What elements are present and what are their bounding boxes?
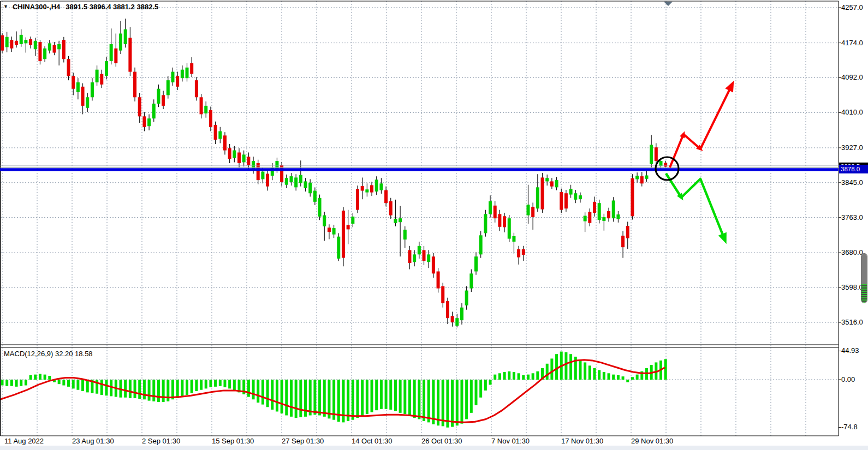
candle (408, 250, 411, 263)
macd-histogram-bar (389, 380, 392, 410)
macd-histogram-bar (451, 380, 454, 427)
macd-histogram-bar (437, 380, 439, 425)
candle (228, 148, 231, 159)
candle (294, 177, 298, 187)
candle (517, 249, 520, 257)
candle (29, 39, 32, 45)
candle (57, 44, 61, 49)
candle (190, 63, 193, 74)
candle (498, 214, 501, 226)
macd-histogram-bar (380, 380, 383, 409)
macd-histogram-bar (299, 380, 302, 417)
candle (76, 82, 80, 92)
chart-canvas[interactable] (0, 0, 868, 450)
hline-price-tag: 3878.0 (839, 165, 868, 173)
macd-histogram-bar (200, 380, 203, 390)
time-axis-label: 23 Aug 01:30 (72, 437, 114, 445)
macd-histogram-bar (309, 380, 312, 415)
macd-histogram-bar (403, 380, 406, 414)
macd-histogram-bar (366, 380, 368, 414)
candle (379, 183, 383, 190)
candle (560, 192, 563, 210)
macd-histogram-bar (25, 380, 27, 386)
macd-histogram-bar (588, 365, 591, 380)
macd-histogram-bar (622, 376, 625, 380)
candle (200, 97, 203, 114)
scrollbar-thumb[interactable] (861, 253, 867, 303)
macd-histogram-bar (532, 373, 534, 380)
candle (128, 38, 132, 71)
scrollbar-stripes-icon (861, 284, 867, 303)
macd-histogram-bar (271, 380, 274, 410)
macd-histogram-bar (76, 380, 79, 390)
macd-histogram-bar (603, 372, 605, 380)
macd-histogram-bar (124, 380, 127, 398)
candle (91, 82, 94, 97)
macd-histogram-bar (564, 352, 567, 380)
candle (20, 35, 23, 44)
candle (214, 125, 217, 140)
time-axis-label: 2 Sep 01:30 (142, 437, 180, 445)
macd-histogram-bar (48, 376, 51, 380)
candle (266, 173, 269, 186)
symbol-dropdown-icon[interactable]: ▼ (3, 4, 8, 9)
candle (394, 219, 397, 223)
candle (351, 217, 354, 224)
candle (522, 249, 525, 255)
candle (167, 80, 170, 95)
candle (593, 202, 596, 213)
macd-histogram-bar (479, 380, 482, 398)
candle (365, 189, 368, 192)
macd-histogram-bar (186, 380, 188, 395)
candle (635, 176, 639, 179)
chart-title: ▼CHINA300-,H43891.5 3896.4 3881.2 3882.5 (3, 3, 158, 11)
candle (423, 250, 426, 261)
macd-histogram-bar (598, 370, 601, 380)
candle (588, 212, 591, 223)
candle (347, 225, 350, 230)
macd-histogram-bar (612, 375, 615, 380)
candle (289, 176, 293, 182)
candle (142, 116, 146, 127)
macd-histogram-bar (261, 380, 264, 405)
price-axis-label: 4257.0 (841, 4, 867, 11)
macd-histogram-bar (413, 380, 416, 418)
macd-histogram-bar (5, 380, 8, 386)
scrollbar-grip[interactable] (861, 254, 867, 284)
macd-histogram-bar (522, 375, 525, 380)
time-axis-label: 26 Oct 01:30 (421, 437, 462, 445)
candle (48, 43, 51, 50)
candle (332, 228, 336, 235)
candle (370, 185, 373, 192)
macd-histogram-bar (375, 380, 378, 410)
candle (15, 41, 18, 45)
macd-histogram-bar (475, 380, 478, 405)
macd-histogram-bar (408, 380, 411, 416)
macd-histogram-bar (129, 380, 132, 398)
macd-histogram-bar (195, 380, 198, 391)
trading-chart-window: ▼CHINA300-,H43891.5 3896.4 3881.2 3882.5… (0, 0, 868, 450)
candle (72, 76, 75, 88)
macd-histogram-bar (290, 380, 293, 417)
macd-histogram-bar (608, 373, 610, 380)
candle (389, 201, 393, 215)
ohlc-values: 3891.5 3896.4 3881.2 3882.5 (66, 3, 158, 11)
candle (536, 187, 539, 208)
macd-histogram-bar (62, 380, 65, 386)
candle (441, 286, 444, 303)
candle (323, 215, 326, 226)
candle (356, 189, 359, 209)
time-axis-label: 7 Nov 01:30 (491, 437, 530, 445)
macd-histogram-bar (209, 380, 212, 387)
candle (133, 72, 136, 98)
macd-histogram-bar (617, 375, 620, 380)
macd-histogram-bar (276, 380, 278, 411)
candle (162, 95, 165, 105)
macd-histogram-bar (427, 380, 430, 422)
time-axis-label: 17 Nov 01:30 (561, 437, 603, 445)
candle (437, 272, 440, 289)
candle (399, 218, 402, 222)
candle (342, 211, 345, 257)
macd-histogram-bar (503, 372, 506, 380)
macd-histogram-bar (664, 359, 667, 380)
